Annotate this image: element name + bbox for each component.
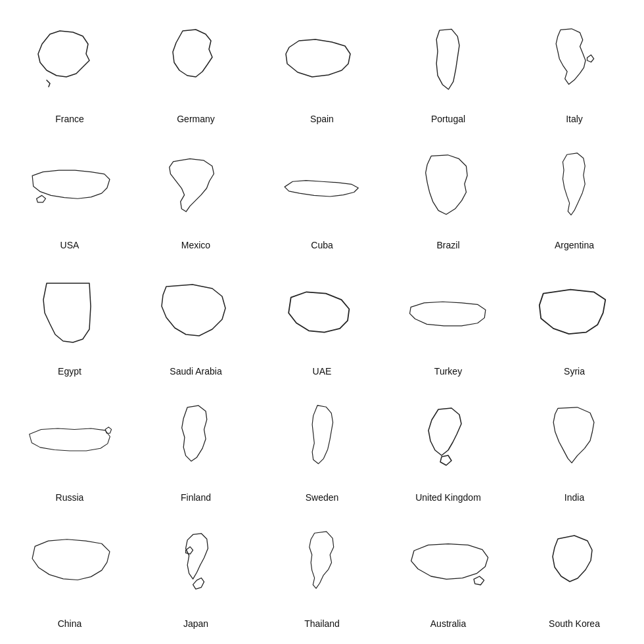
sweden-label: Sweden: [306, 492, 339, 503]
country-italy: Italy: [511, 7, 637, 133]
country-india: India: [511, 385, 637, 511]
spain-map: [262, 12, 382, 109]
portugal-label: Portugal: [431, 113, 465, 125]
usa-label: USA: [60, 239, 80, 251]
usa-map: [9, 138, 130, 235]
mexico-map: [135, 138, 256, 235]
brazil-map: [388, 138, 509, 235]
south-korea-map: [514, 517, 635, 614]
finland-label: Finland: [181, 492, 211, 503]
thailand-label: Thailand: [304, 618, 340, 630]
country-japan: Japan: [133, 511, 259, 637]
finland-map: [135, 390, 256, 488]
country-saudi-arabia: Saudi Arabia: [133, 259, 259, 385]
france-map: [9, 12, 130, 109]
portugal-map: [388, 12, 509, 109]
germany-map: [135, 12, 256, 109]
country-uae: UAE: [259, 259, 385, 385]
syria-map: [514, 264, 635, 361]
country-mexico: Mexico: [133, 133, 259, 259]
country-brazil: Brazil: [385, 133, 511, 259]
italy-map: [514, 12, 635, 109]
country-south-korea: South Korea: [511, 511, 637, 637]
south-korea-label: South Korea: [549, 618, 600, 630]
turkey-map: [388, 264, 509, 361]
australia-map: [388, 517, 509, 614]
brazil-label: Brazil: [436, 239, 459, 251]
turkey-label: Turkey: [434, 365, 462, 377]
country-uk: United Kingdom: [385, 385, 511, 511]
japan-map: [135, 517, 256, 614]
india-map: [514, 390, 635, 488]
france-label: France: [55, 113, 84, 125]
country-russia: Russia: [7, 385, 133, 511]
china-label: China: [58, 618, 82, 630]
saudi-arabia-map: [135, 264, 256, 361]
argentina-label: Argentina: [555, 239, 594, 251]
country-portugal: Portugal: [385, 7, 511, 133]
thailand-map: [262, 517, 382, 614]
cuba-label: Cuba: [311, 239, 333, 251]
cuba-map: [262, 138, 382, 235]
country-syria: Syria: [511, 259, 637, 385]
russia-map: [9, 390, 130, 488]
country-cuba: Cuba: [259, 133, 385, 259]
russia-label: Russia: [56, 492, 84, 503]
saudi-arabia-label: Saudi Arabia: [170, 365, 221, 377]
india-label: India: [564, 492, 584, 503]
germany-label: Germany: [177, 113, 215, 125]
country-finland: Finland: [133, 385, 259, 511]
egypt-label: Egypt: [58, 365, 81, 377]
country-china: China: [7, 511, 133, 637]
japan-label: Japan: [183, 618, 208, 630]
uae-label: UAE: [313, 365, 332, 377]
country-germany: Germany: [133, 7, 259, 133]
uae-map: [262, 264, 382, 361]
country-spain: Spain: [259, 7, 385, 133]
syria-label: Syria: [564, 365, 585, 377]
sweden-map: [262, 390, 382, 488]
country-argentina: Argentina: [511, 133, 637, 259]
china-map: [9, 517, 130, 614]
country-france: France: [7, 7, 133, 133]
country-sweden: Sweden: [259, 385, 385, 511]
egypt-map: [9, 264, 130, 361]
country-grid: France Germany Spain Portugal: [0, 0, 644, 644]
italy-label: Italy: [566, 113, 583, 125]
uk-map: [388, 390, 509, 488]
country-usa: USA: [7, 133, 133, 259]
country-australia: Australia: [385, 511, 511, 637]
country-turkey: Turkey: [385, 259, 511, 385]
argentina-map: [514, 138, 635, 235]
country-egypt: Egypt: [7, 259, 133, 385]
uk-label: United Kingdom: [415, 492, 481, 503]
australia-label: Australia: [430, 618, 466, 630]
spain-label: Spain: [310, 113, 334, 125]
country-thailand: Thailand: [259, 511, 385, 637]
mexico-label: Mexico: [181, 239, 210, 251]
